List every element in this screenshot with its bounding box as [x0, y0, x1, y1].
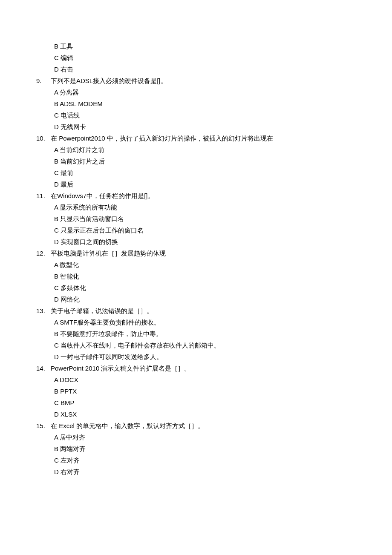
option-item: C BMP	[36, 397, 356, 408]
question-10: 10. 在 Powerpoint2010 中，执行了插入新幻灯片的操作，被插入的…	[36, 132, 356, 190]
option-item: C 左对齐	[36, 454, 356, 466]
question-number: 10.	[36, 132, 51, 144]
question-stem: 在 Excel 的单元格中，输入数字，默认对齐方式［］。	[51, 420, 356, 431]
question-number: 9.	[36, 75, 51, 86]
option-item: D 实现窗口之间的切换	[36, 236, 356, 247]
option-item: A 居中对齐	[36, 431, 356, 443]
question-stem: 在 Powerpoint2010 中，执行了插入新幻灯片的操作，被插入的幻灯片将…	[51, 132, 356, 144]
option-item: C 最前	[36, 167, 356, 178]
option-item: C 多媒体化	[36, 282, 356, 293]
option-item: B 不要随意打开垃圾邮件，防止中毒。	[36, 328, 356, 339]
question-number: 15.	[36, 420, 51, 431]
question-text: 15. 在 Excel 的单元格中，输入数字，默认对齐方式［］。	[36, 420, 356, 431]
question-number: 11.	[36, 190, 51, 201]
question-stem: 关于电子邮箱，说法错误的是［］。	[51, 305, 356, 316]
orphan-options-group: B 工具 C 编辑 D 右击	[36, 40, 356, 75]
option-item: D 一封电子邮件可以同时发送给多人。	[36, 351, 356, 362]
question-15: 15. 在 Excel 的单元格中，输入数字，默认对齐方式［］。 A 居中对齐 …	[36, 420, 356, 477]
option-item: B 智能化	[36, 270, 356, 282]
option-item: D 最后	[36, 178, 356, 190]
option-item: C 当收件人不在线时，电子邮件会存放在收件人的邮箱中。	[36, 339, 356, 351]
option-item: A DOCX	[36, 374, 356, 385]
question-12: 12. 平板电脑是计算机在［］发展趋势的体现 A 微型化 B 智能化 C 多媒体…	[36, 247, 356, 305]
option-item: A 当前幻灯片之前	[36, 144, 356, 155]
option-item: C 电话线	[36, 109, 356, 121]
option-item: D 无线网卡	[36, 121, 356, 132]
question-13: 13. 关于电子邮箱，说法错误的是［］。 A SMTF服务器主要负责邮件的接收。…	[36, 305, 356, 362]
question-number: 12.	[36, 247, 51, 259]
question-number: 13.	[36, 305, 51, 316]
question-text: 14. PowerPoint 2010 演示文稿文件的扩展名是［］。	[36, 362, 356, 374]
option-item: D 网络化	[36, 293, 356, 305]
option-item: B 工具	[36, 40, 356, 52]
option-item: A 分离器	[36, 86, 356, 98]
option-item: D 右对齐	[36, 466, 356, 477]
option-item: B PPTX	[36, 385, 356, 397]
option-item: B 只显示当前活动窗口名	[36, 213, 356, 224]
question-text: 11. 在Windows7中，任务栏的作用是[]。	[36, 190, 356, 201]
question-text: 12. 平板电脑是计算机在［］发展趋势的体现	[36, 247, 356, 259]
option-item: A 微型化	[36, 259, 356, 270]
question-number: 14.	[36, 362, 51, 374]
option-item: B 两端对齐	[36, 443, 356, 454]
option-item: C 编辑	[36, 52, 356, 63]
question-9: 9. 下列不是ADSL接入必须的硬件设备是[]。 A 分离器 B ADSL MO…	[36, 75, 356, 132]
question-stem: 下列不是ADSL接入必须的硬件设备是[]。	[51, 75, 356, 86]
question-text: 13. 关于电子邮箱，说法错误的是［］。	[36, 305, 356, 316]
option-item: A SMTF服务器主要负责邮件的接收。	[36, 316, 356, 328]
question-text: 10. 在 Powerpoint2010 中，执行了插入新幻灯片的操作，被插入的…	[36, 132, 356, 144]
question-11: 11. 在Windows7中，任务栏的作用是[]。 A 显示系统的所有功能 B …	[36, 190, 356, 247]
question-text: 9. 下列不是ADSL接入必须的硬件设备是[]。	[36, 75, 356, 86]
question-stem: PowerPoint 2010 演示文稿文件的扩展名是［］。	[51, 362, 356, 374]
option-item: C 只显示正在后台工作的窗口名	[36, 224, 356, 236]
question-stem: 平板电脑是计算机在［］发展趋势的体现	[51, 247, 356, 259]
option-item: D 右击	[36, 63, 356, 75]
question-14: 14. PowerPoint 2010 演示文稿文件的扩展名是［］。 A DOC…	[36, 362, 356, 420]
option-item: D XLSX	[36, 408, 356, 420]
option-item: A 显示系统的所有功能	[36, 201, 356, 213]
option-item: B 当前幻灯片之后	[36, 155, 356, 167]
option-item: B ADSL MODEM	[36, 98, 356, 109]
question-stem: 在Windows7中，任务栏的作用是[]。	[51, 190, 356, 201]
